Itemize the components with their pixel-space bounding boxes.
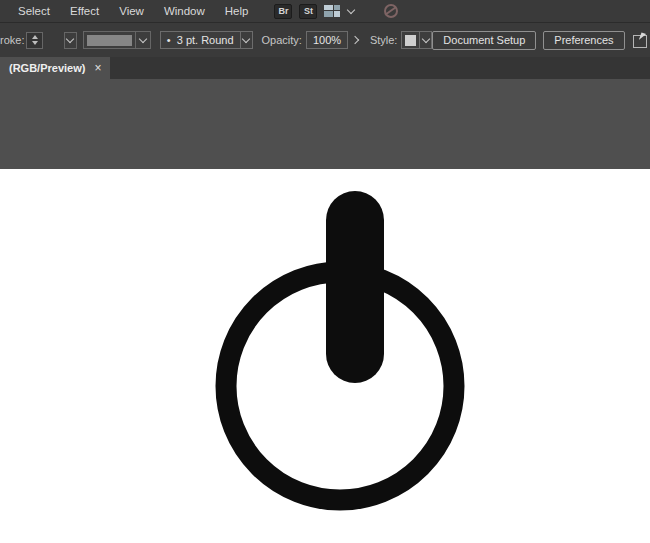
artboard[interactable]	[0, 169, 650, 543]
pasteboard[interactable]	[0, 79, 650, 169]
stepper-up-icon[interactable]	[32, 35, 38, 39]
brush-value: 3 pt. Round	[177, 34, 240, 46]
chevron-down-icon	[422, 36, 430, 44]
opacity-label: Opacity:	[262, 34, 302, 46]
document-tab-title: (RGB/Preview)	[9, 62, 85, 74]
stroke-weight-field[interactable]	[43, 32, 63, 49]
document-setup-button[interactable]: Document Setup	[432, 31, 536, 50]
document-tab-bar: (RGB/Preview) ×	[0, 57, 650, 79]
style-swatch	[405, 35, 416, 46]
control-bar: roke: • 3 pt. Round Opacity: 100% Style:	[0, 22, 650, 57]
menu-help[interactable]: Help	[215, 0, 259, 22]
style-chevron[interactable]	[420, 31, 432, 49]
menu-bar: Select Effect View Window Help Br St	[0, 0, 650, 22]
arrange-documents-chevron-icon[interactable]	[347, 7, 355, 15]
stroke-label: roke:	[0, 34, 24, 46]
illustrator-window: Select Effect View Window Help Br St rok…	[0, 0, 650, 543]
opacity-dropdown[interactable]: 100%	[306, 31, 348, 49]
menu-window[interactable]: Window	[154, 0, 215, 22]
menu-effect[interactable]: Effect	[60, 0, 109, 22]
style-label: Style:	[370, 34, 398, 46]
brush-definition-dropdown[interactable]: • 3 pt. Round	[160, 31, 241, 49]
chevron-down-icon	[66, 36, 74, 44]
opacity-flyout-icon[interactable]	[352, 36, 358, 44]
opacity-value: 100%	[307, 34, 347, 46]
stepper-down-icon[interactable]	[32, 41, 38, 45]
chevron-down-icon	[242, 36, 250, 44]
brush-definition-chevron[interactable]	[241, 31, 253, 49]
preferences-button[interactable]: Preferences	[543, 31, 624, 50]
app-bar-icons: Br St	[274, 4, 398, 19]
arrange-documents-icon[interactable]	[324, 5, 340, 17]
document-tab[interactable]: (RGB/Preview) ×	[0, 57, 110, 79]
stroke-weight-dropdown[interactable]	[64, 32, 78, 49]
style-dropdown[interactable]	[401, 31, 420, 49]
width-profile-dropdown[interactable]	[83, 31, 151, 49]
close-icon[interactable]: ×	[94, 62, 101, 74]
width-profile-chevron[interactable]	[135, 32, 150, 48]
brush-bullet: •	[161, 34, 177, 46]
chevron-down-icon	[139, 36, 147, 44]
power-symbol-bar[interactable]	[326, 191, 384, 383]
menu-select[interactable]: Select	[8, 0, 60, 22]
width-profile-preview	[87, 35, 132, 46]
stock-button[interactable]: St	[299, 4, 317, 19]
artboard-tool-icon[interactable]	[633, 33, 645, 48]
bridge-button[interactable]: Br	[274, 4, 292, 19]
stroke-weight-stepper[interactable]	[26, 32, 43, 49]
gpu-performance-icon[interactable]	[384, 4, 398, 18]
power-symbol-artwork[interactable]	[0, 169, 650, 543]
menu-view[interactable]: View	[109, 0, 154, 22]
